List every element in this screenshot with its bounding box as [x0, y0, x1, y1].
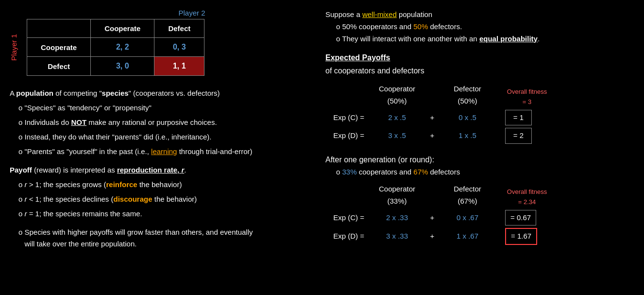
matrix-cell-cc: 2, 2	[91, 38, 154, 57]
table1-expc-label: Exp (C) =	[325, 112, 369, 124]
player1-label: Player 1	[10, 34, 18, 61]
bullet-higher-payoffs: o Species with higher payoffs will grow …	[18, 226, 311, 250]
table2-row-c: Exp (C) = 2 x .33 + 0 x .67 = 0.67	[325, 210, 634, 226]
table2-expd-label: Exp (D) =	[325, 230, 369, 243]
table2-expc-label: Exp (C) =	[325, 212, 369, 224]
table1-coop-pct: (50%)	[369, 95, 425, 107]
payoff-para: Payoff (reward) is interpreted as reprod…	[10, 164, 311, 176]
matrix-cell-dd: 1, 1	[154, 57, 204, 76]
table1-overall-label: Overall fitness	[505, 87, 549, 97]
table2-overall-header: Overall fitness = 2.34	[505, 187, 549, 208]
table1-def-header: Defector (50%)	[440, 83, 495, 107]
matrix-col-header-defect: Defect	[154, 19, 204, 38]
table2-expd-def-val: 1 x .67	[440, 230, 495, 243]
table2-expd-result-box: = 1.67	[505, 228, 537, 245]
table2-coop-label: Cooperator	[369, 183, 425, 195]
table1-header: Cooperator (50%) Defector (50%) Overall …	[369, 83, 634, 107]
table2-expc-result-box: = 0.67	[505, 210, 536, 226]
table1-expd-def-val: 1 x .5	[440, 130, 495, 142]
right-text-content: Suppose a well-mixed population o 50% co…	[325, 9, 634, 245]
table1-expd-result-box: = 2	[505, 128, 532, 144]
table2-expd-result: = 1.67	[505, 228, 537, 245]
table2-overall-label: Overall fitness	[505, 187, 549, 197]
matrix-col-header-cooperate: Cooperate	[91, 19, 154, 38]
table1-coop-label: Cooperator	[369, 83, 425, 95]
right-panel: Suppose a well-mixed population o 50% co…	[321, 0, 644, 295]
bullet-equal-prob: o They will interact with one another wi…	[336, 33, 634, 45]
table1-row-c: Exp (C) = 2 x .5 + 0 x .5 = 1	[325, 110, 634, 126]
table1-def-pct: (50%)	[440, 95, 495, 107]
table1-expc-def-val: 0 x .5	[440, 112, 495, 124]
expected-payoffs-subtitle: of cooperators and defectors	[325, 67, 424, 75]
table2-coop-header: Cooperator (33%)	[369, 183, 425, 208]
bullet-r-eq1: o r = 1; the species remains the same.	[18, 208, 311, 220]
table1-overall-value: = 3	[505, 97, 549, 107]
game-matrix-container: Player 2 Player 1 Cooperate Defect Coope…	[10, 9, 311, 76]
bullet-learning: o "Parents" as "yourself" in the past (i…	[18, 146, 311, 157]
bullet-species-tendency: o "Species" as "tendency" or "propensity…	[18, 102, 311, 114]
population-para: A population of competing "species" (coo…	[10, 87, 311, 99]
left-panel: Player 2 Player 1 Cooperate Defect Coope…	[0, 0, 321, 295]
table1-expc-result: = 1	[505, 110, 532, 126]
table1-expc-result-box: = 1	[505, 110, 532, 126]
table1-expd-coop-val: 3 x .5	[369, 130, 425, 142]
table2-overall-value: = 2.34	[505, 197, 549, 207]
table2-def-pct: (67%)	[440, 195, 495, 208]
matrix-cell-dc: 3, 0	[91, 57, 154, 76]
intro-para: Suppose a well-mixed population	[325, 9, 634, 21]
table1-expc-coop-val: 2 x .5	[369, 112, 425, 124]
matrix-wrapper: Player 1 Cooperate Defect Cooperate 2, 2…	[10, 19, 311, 76]
bullet-r-gt1: o r > 1; the species grows (reinforce th…	[18, 179, 311, 191]
matrix-cell-cd: 0, 3	[154, 38, 204, 57]
table1-def-label: Defector	[440, 83, 495, 95]
table2-def-header: Defector (67%)	[440, 183, 495, 208]
table2-expc-coop-val: 2 x .33	[369, 212, 425, 224]
matrix-row-header-defect: Defect	[27, 57, 91, 76]
table2-expd-coop-val: 3 x .33	[369, 230, 425, 243]
table2-header: Cooperator (33%) Defector (67%) Overall …	[369, 183, 634, 208]
matrix-row-header-cooperate: Cooperate	[27, 38, 91, 57]
table1-row-d: Exp (D) = 3 x .5 + 1 x .5 = 2	[325, 128, 634, 144]
bullet-50-50: o 50% cooperators and 50% defectors.	[336, 21, 634, 33]
table2-coop-pct: (33%)	[369, 195, 425, 208]
expected-payoffs-title: Expected Payoffs	[325, 52, 634, 64]
table2-expc-result: = 0.67	[505, 210, 536, 226]
bullet-not-rational: o Individuals do NOT make any rational o…	[18, 117, 311, 128]
player2-label: Player 2	[73, 9, 311, 17]
after-title: After one generation (or round):	[325, 154, 634, 166]
bullet-r-lt1: o r < 1; the species declines (discourag…	[18, 193, 311, 205]
table2-expc-plus: +	[425, 212, 440, 224]
table2-expc-def-val: 0 x .67	[440, 212, 495, 224]
game-matrix-table: Cooperate Defect Cooperate 2, 2 0, 3 Def…	[27, 19, 204, 76]
table1-expd-label: Exp (D) =	[325, 130, 369, 142]
table1-expd-plus: +	[425, 130, 440, 142]
left-text-content: A population of competing "species" (coo…	[10, 87, 311, 250]
matrix-empty-cell	[27, 19, 91, 38]
table2-expd-plus: +	[425, 230, 440, 243]
bullet-parents: o Instead, they do what their "parents" …	[18, 131, 311, 143]
table2-row-d: Exp (D) = 3 x .33 + 1 x .67 = 1.67	[325, 228, 634, 245]
table1-expd-result: = 2	[505, 128, 532, 144]
table1-overall-header: Overall fitness = 3	[505, 87, 549, 107]
table1-expc-plus: +	[425, 112, 440, 124]
after-bullet-33-67: o 33% cooperators and 67% defectors	[336, 166, 634, 178]
table1-coop-header: Cooperator (50%)	[369, 83, 425, 107]
table2-def-label: Defector	[440, 183, 495, 195]
